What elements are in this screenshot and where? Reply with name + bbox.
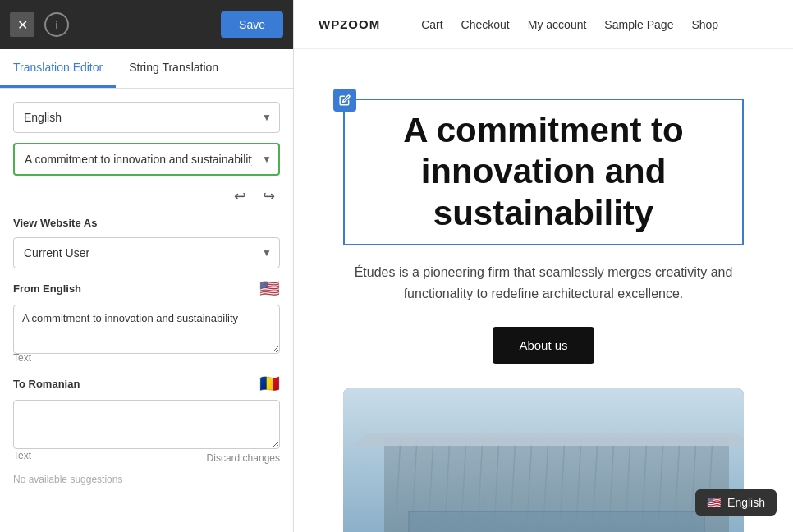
to-romanian-textarea[interactable] (13, 400, 280, 449)
view-as-select-wrapper: Current User Guest Admin ▼ (13, 237, 280, 268)
string-select-wrapper: A commitment to innovation and sustainab… (13, 143, 280, 176)
from-english-field-label: Text (13, 352, 280, 364)
discard-button[interactable]: Discard changes (207, 452, 280, 464)
from-english-section: From English 🇺🇸 A commitment to innovati… (13, 278, 280, 364)
edit-heading-button[interactable] (333, 89, 356, 112)
hero-section: A commitment to innovation and sustainab… (294, 49, 793, 532)
panel-body: English Romanian French ▼ A commitment t… (0, 89, 293, 532)
view-as-select[interactable]: Current User Guest Admin (13, 237, 280, 268)
to-romanian-field-label: Text (13, 450, 31, 461)
nav-links: Cart Checkout My account Sample Page Sho… (421, 18, 718, 31)
site-logo: WPZOOM (319, 17, 380, 31)
heading-edit-box: A commitment to innovation and sustainab… (343, 99, 744, 245)
redo-button[interactable]: ↪ (258, 186, 280, 207)
svg-marker-23 (351, 433, 744, 446)
lang-badge-label: English (727, 496, 765, 509)
nav-checkout[interactable]: Checkout (461, 18, 510, 31)
nav-sample-page[interactable]: Sample Page (604, 18, 673, 31)
no-suggestions-text: No available suggestions (13, 474, 280, 485)
arch-illustration (343, 388, 744, 532)
tab-string-translation[interactable]: String Translation (116, 49, 231, 88)
discard-row: Text Discard changes (13, 452, 280, 464)
undo-redo-bar: ↩ ↪ (13, 186, 280, 207)
nav-my-account[interactable]: My account (528, 18, 587, 31)
hero-heading: A commitment to innovation and sustainab… (360, 110, 727, 234)
about-us-button[interactable]: About us (493, 327, 594, 364)
undo-button[interactable]: ↩ (229, 186, 251, 207)
romanian-flag: 🇷🇴 (259, 374, 280, 393)
hero-image (343, 388, 744, 532)
language-select-wrapper: English Romanian French ▼ (13, 102, 280, 133)
hero-subtext: Études is a pioneering firm that seamles… (343, 262, 744, 304)
view-website-as-section: View Website As Current User Guest Admin… (13, 217, 280, 268)
to-romanian-section: To Romanian 🇷🇴 Text Discard changes (13, 374, 280, 464)
tabs-bar: Translation Editor String Translation (0, 49, 293, 89)
lang-badge-flag: 🇺🇸 (707, 496, 721, 509)
nav-cart[interactable]: Cart (421, 18, 442, 31)
language-badge[interactable]: 🇺🇸 English (695, 489, 777, 516)
from-english-label: From English (13, 282, 81, 295)
right-panel: WPZOOM Cart Checkout My account Sample P… (294, 0, 793, 532)
view-website-as-label: View Website As (13, 217, 280, 229)
from-english-textarea[interactable]: A commitment to innovation and sustainab… (13, 305, 280, 354)
nav-shop[interactable]: Shop (691, 18, 718, 31)
site-nav: WPZOOM Cart Checkout My account Sample P… (294, 0, 793, 49)
string-select[interactable]: A commitment to innovation and sustainab… (13, 143, 280, 176)
language-select[interactable]: English Romanian French (13, 102, 280, 133)
info-button[interactable]: i (44, 12, 69, 37)
english-flag: 🇺🇸 (259, 278, 280, 298)
save-button[interactable]: Save (221, 11, 283, 38)
svg-rect-24 (409, 511, 704, 532)
close-button[interactable]: ✕ (10, 12, 34, 37)
left-panel: ✕ i Save Translation Editor String Trans… (0, 0, 294, 532)
toolbar: ✕ i Save (0, 0, 293, 49)
tab-translation-editor[interactable]: Translation Editor (0, 49, 116, 88)
to-romanian-label: To Romanian (13, 378, 80, 390)
